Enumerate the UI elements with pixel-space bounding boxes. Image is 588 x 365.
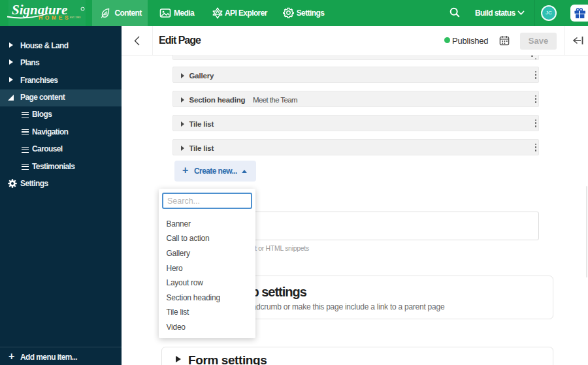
svg-text:EST. 1983: EST. 1983 — [70, 16, 80, 19]
svg-text:HOMES: HOMES — [39, 14, 71, 21]
